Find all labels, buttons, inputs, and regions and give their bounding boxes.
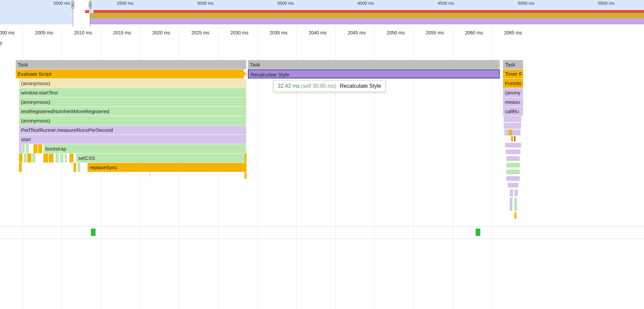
flame-fragment[interactable]: [27, 153, 31, 163]
recalculate-style-bar[interactable]: Recalculate Style: [248, 69, 500, 78]
replacesync-bar[interactable]: replaceSync: [88, 163, 245, 172]
lane-divider: [0, 226, 644, 227]
flame-fragment[interactable]: [514, 198, 517, 211]
frame-marker[interactable]: [91, 229, 96, 236]
flame-chart[interactable]: Task Evaluate Script (anonymous) window.…: [0, 60, 644, 309]
tooltip-title: Recalculate Style: [340, 83, 381, 89]
overview-tick: 2000 ms: [53, 1, 70, 6]
flame-fragment[interactable]: [506, 149, 520, 154]
flame-fragment[interactable]: [505, 143, 521, 147]
flame-fragment[interactable]: [245, 172, 247, 179]
flame-fragment[interactable]: [506, 170, 520, 174]
evaluate-script-pointer: [244, 71, 247, 76]
bootstrap-bar[interactable]: bootstrap: [43, 144, 246, 153]
flame-fragment[interactable]: [245, 163, 247, 172]
overview-tick: 2500 ms: [117, 1, 134, 6]
overview-tick: 4500 ms: [438, 1, 454, 6]
flame-fragment[interactable]: [508, 183, 518, 188]
perf-measure-bar[interactable]: PerfTestRunner.measureRunsPerSecond: [19, 125, 246, 134]
flame-fragment[interactable]: [506, 163, 520, 168]
hover-tooltip: 32.42 ms (self 30.85 ms) Recalculate Sty…: [273, 80, 385, 92]
selection-handle-left[interactable]: [71, 1, 74, 9]
overview-minimap[interactable]: 0 ms2000 ms2500 ms3000 ms3500 ms4000 ms4…: [0, 0, 644, 27]
task-bar-2[interactable]: Task: [248, 60, 500, 69]
flame-fragment[interactable]: [65, 153, 67, 163]
flame-fragment[interactable]: [26, 144, 29, 153]
callrun-bar[interactable]: callRu: [503, 107, 523, 116]
flame-fragment[interactable]: [38, 144, 42, 153]
flame-fragment[interactable]: [506, 176, 520, 181]
timeline-ruler[interactable]: 2000 ms2005 ms2010 ms2015 ms2020 ms2025 …: [0, 27, 644, 40]
flame-fragment[interactable]: [32, 153, 35, 163]
left-axis-label: y: [0, 40, 3, 53]
start-test-bar[interactable]: window.startTest: [19, 88, 246, 97]
overview-tick: 5500 ms: [598, 1, 615, 6]
overview-tick: 5000 ms: [518, 1, 534, 6]
flame-fragment[interactable]: [509, 129, 512, 135]
flame-fragment[interactable]: [22, 144, 25, 153]
overview-band-rendering: [77, 18, 644, 24]
ruler-tick: 2005 ms: [35, 30, 53, 35]
flame-fragment[interactable]: [506, 156, 520, 161]
flame-fragment[interactable]: [73, 163, 76, 172]
frame-marker[interactable]: [476, 229, 480, 236]
ruler-tick: 2020 ms: [152, 30, 170, 35]
anonymous-bar-1[interactable]: (anonymous): [19, 79, 246, 88]
overview-tick: 4000 ms: [357, 1, 374, 6]
flame-fragment[interactable]: [24, 153, 27, 163]
flame-fragment[interactable]: [60, 153, 63, 163]
ruler-tick: 2015 ms: [113, 30, 131, 35]
flame-fragment[interactable]: [49, 153, 53, 163]
measure-bar[interactable]: measu: [503, 97, 523, 106]
flame-fragment[interactable]: [514, 136, 515, 141]
flame-fragment[interactable]: [514, 190, 518, 196]
ruler-tick: 2055 ms: [426, 30, 444, 35]
evaluate-script-bar[interactable]: Evaluate Script: [16, 69, 244, 78]
flame-fragment[interactable]: [504, 129, 520, 135]
overview-band-cpu: [94, 10, 644, 13]
start-bar[interactable]: start: [19, 135, 246, 144]
overview-ticks: 0 ms2000 ms2500 ms3000 ms3500 ms4000 ms4…: [0, 0, 644, 5]
flame-fragment[interactable]: [19, 163, 22, 172]
flame-fragment[interactable]: [150, 172, 150, 177]
ruler-tick: 2050 ms: [387, 30, 405, 35]
flame-fragment[interactable]: [77, 163, 80, 172]
overview-tick: 3500 ms: [277, 1, 294, 6]
function-call-bar[interactable]: Functio: [503, 79, 523, 88]
flame-fragment[interactable]: [510, 190, 513, 196]
anonymous-bar-4[interactable]: (anony: [503, 88, 523, 97]
flame-fragment[interactable]: [55, 153, 59, 163]
ruler-tick: 2000 ms: [0, 30, 15, 35]
anonymous-bar-2[interactable]: (anonymous): [19, 97, 246, 106]
lane-divider: [0, 239, 644, 239]
timer-fired-bar[interactable]: Timer F: [503, 69, 523, 78]
flame-fragment[interactable]: [69, 153, 73, 163]
tooltip-time: 32.42 ms: [278, 83, 300, 89]
ruler-tick: 2025 ms: [191, 30, 209, 35]
ruler-tick: 2010 ms: [74, 30, 92, 35]
ruler-tick: 2060 ms: [465, 30, 483, 35]
ruler-tick: 2030 ms: [230, 30, 249, 35]
task-bar-1[interactable]: Task: [16, 60, 246, 69]
flame-fragment[interactable]: [19, 144, 22, 153]
task-bar-3[interactable]: Task: [503, 60, 523, 69]
flame-fragment[interactable]: [245, 153, 247, 163]
ruler-tick: 2065 ms: [504, 30, 522, 35]
flame-fragment[interactable]: [510, 198, 512, 211]
overview-band-bottom: [0, 24, 644, 27]
selection-handle-right[interactable]: [89, 1, 92, 9]
anonymous-bar-3[interactable]: (anonymous): [19, 116, 246, 125]
setcss-bar[interactable]: setCSS: [76, 153, 246, 163]
flame-fragment[interactable]: [33, 144, 37, 153]
overview-selection[interactable]: [73, 0, 90, 27]
flame-fragment[interactable]: [514, 212, 516, 219]
flame-fragment[interactable]: [19, 153, 22, 163]
flame-fragment[interactable]: [504, 123, 521, 129]
flame-fragment[interactable]: [43, 153, 48, 163]
test-registered-bar[interactable]: testRegisteredNoInheritMoreRegistered: [19, 107, 246, 116]
selection-marker: [85, 10, 89, 13]
flame-fragment[interactable]: [504, 116, 521, 122]
overview-tick: 3000 ms: [197, 1, 214, 6]
ruler-tick: 2045 ms: [348, 30, 366, 35]
flame-fragment[interactable]: [511, 136, 513, 141]
